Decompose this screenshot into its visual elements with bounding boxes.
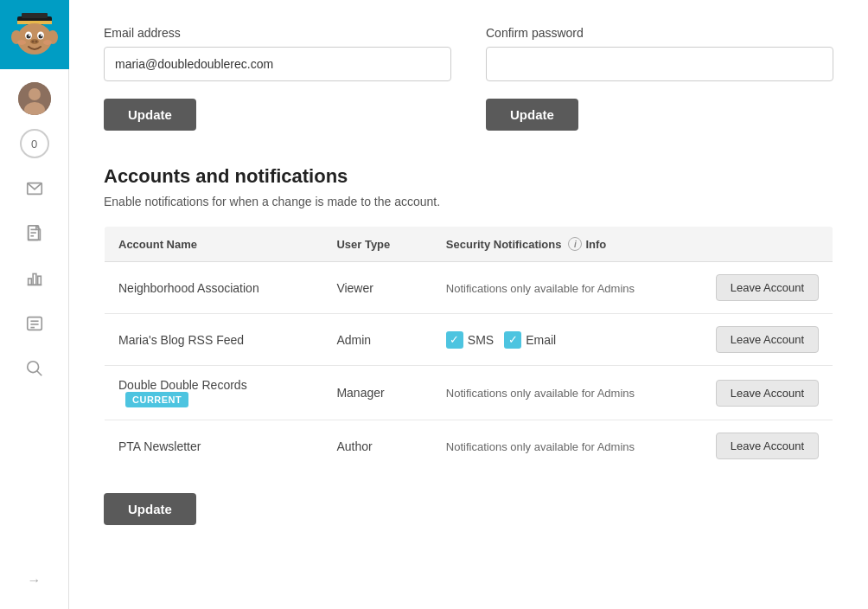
email-button-group: Update: [104, 99, 451, 157]
leave-account-button[interactable]: Leave Account: [716, 274, 819, 301]
action-cell: Leave Account: [687, 314, 833, 366]
account-name-cell: Maria's Blog RSS Feed: [105, 314, 323, 366]
sidebar-item-search[interactable]: [14, 348, 55, 389]
svg-point-19: [29, 88, 41, 100]
password-label: Confirm password: [486, 26, 833, 40]
sms-checkbox-item[interactable]: ✓ SMS: [446, 331, 494, 349]
update-email-button[interactable]: Update: [104, 99, 196, 131]
svg-point-14: [31, 41, 34, 43]
envelope-icon: [25, 179, 44, 198]
account-name-cell: Double Double Records CURRENT: [105, 366, 323, 420]
sidebar-item-lists[interactable]: [14, 303, 55, 344]
notification-checkboxes: ✓ SMS ✓ Email: [446, 331, 673, 349]
email-notif-label: Email: [526, 333, 556, 347]
sms-label: SMS: [468, 333, 494, 347]
user-type-cell: Manager: [322, 366, 431, 420]
table-row: Neighborhood Association Viewer Notifica…: [105, 262, 833, 314]
mailchimp-logo-icon: [4, 4, 65, 65]
sidebar-item-reports[interactable]: [14, 258, 55, 299]
list-icon: [25, 314, 44, 333]
email-checkbox-item[interactable]: ✓ Email: [504, 331, 556, 349]
sidebar-item-templates[interactable]: [14, 213, 55, 254]
bottom-update-button[interactable]: Update: [104, 493, 196, 525]
email-form-group: Email address: [104, 26, 451, 81]
svg-rect-27: [28, 279, 31, 285]
table-body: Neighborhood Association Viewer Notifica…: [105, 262, 833, 472]
sidebar-item-avatar[interactable]: [14, 78, 55, 119]
svg-point-9: [26, 35, 30, 39]
svg-point-12: [41, 35, 42, 36]
table-row: Maria's Blog RSS Feed Admin ✓ SMS ✓ Emai…: [105, 314, 833, 366]
password-form-group: Confirm password: [486, 26, 833, 81]
svg-point-16: [17, 40, 26, 45]
svg-line-35: [36, 371, 41, 376]
security-notifications-info-icon[interactable]: i: [568, 237, 582, 251]
current-account-badge: CURRENT: [125, 392, 188, 407]
sidebar: 0: [0, 0, 69, 609]
svg-point-34: [27, 362, 38, 373]
svg-point-17: [43, 40, 52, 45]
app-logo: [0, 0, 69, 69]
sidebar-item-notifications[interactable]: 0: [14, 123, 55, 164]
sidebar-footer: →: [21, 566, 48, 609]
svg-point-10: [38, 35, 42, 39]
search-icon: [25, 359, 44, 378]
notifications-cell: ✓ SMS ✓ Email: [432, 314, 687, 366]
sms-checkbox[interactable]: ✓: [446, 331, 463, 349]
action-cell: Leave Account: [687, 366, 833, 420]
user-avatar: [18, 82, 51, 115]
accounts-section-description: Enable notifications for when a change i…: [104, 195, 833, 208]
sidebar-collapse-button[interactable]: →: [21, 566, 48, 595]
action-cell: Leave Account: [687, 262, 833, 314]
email-input[interactable]: [104, 47, 451, 81]
user-type-cell: Admin: [322, 314, 431, 366]
chart-icon: [25, 269, 44, 288]
svg-rect-2: [22, 13, 48, 18]
accounts-table: Account Name User Type Security Notifica…: [104, 226, 833, 472]
main-content: Email address Confirm password Update Up…: [69, 0, 868, 609]
leave-account-button[interactable]: Leave Account: [716, 433, 819, 459]
notifications-cell: Notifications only available for Admins: [432, 262, 687, 314]
table-header: Account Name User Type Security Notifica…: [105, 227, 833, 262]
account-name-cell: Neighborhood Association: [105, 262, 323, 314]
col-header-action: [687, 227, 833, 262]
credentials-form-row: Email address Confirm password: [104, 26, 833, 81]
table-row: Double Double Records CURRENT Manager No…: [105, 366, 833, 420]
col-header-account-name: Account Name: [105, 227, 323, 262]
account-name-cell: PTA Newsletter: [105, 420, 323, 472]
user-type-cell: Author: [322, 420, 431, 472]
svg-rect-29: [37, 276, 41, 285]
password-button-group: Update: [486, 99, 833, 157]
notifications-cell: Notifications only available for Admins: [432, 420, 687, 472]
accounts-section-header: Accounts and notifications Enable notifi…: [104, 165, 833, 208]
action-cell: Leave Account: [687, 420, 833, 472]
leave-account-button[interactable]: Leave Account: [716, 380, 819, 407]
svg-point-15: [35, 41, 37, 43]
notification-badge: 0: [20, 129, 49, 158]
email-checkbox[interactable]: ✓: [504, 331, 521, 349]
accounts-section-title: Accounts and notifications: [104, 165, 833, 188]
form-buttons-row: Update Update: [104, 99, 833, 157]
leave-account-button[interactable]: Leave Account: [716, 326, 819, 353]
svg-point-11: [29, 35, 30, 36]
sidebar-item-campaigns[interactable]: [14, 168, 55, 209]
col-header-user-type: User Type: [322, 227, 431, 262]
sidebar-navigation: 0: [0, 69, 68, 389]
email-label: Email address: [104, 26, 451, 40]
update-password-button[interactable]: Update: [486, 99, 578, 131]
confirm-password-input[interactable]: [486, 47, 833, 81]
notifications-cell: Notifications only available for Admins: [432, 366, 687, 420]
user-type-cell: Viewer: [322, 262, 431, 314]
col-header-security-notifications: Security Notifications i Info: [432, 227, 687, 262]
svg-rect-28: [33, 274, 36, 285]
document-icon: [25, 224, 44, 243]
table-row: PTA Newsletter Author Notifications only…: [105, 420, 833, 472]
bottom-update-section: Update: [104, 493, 833, 551]
